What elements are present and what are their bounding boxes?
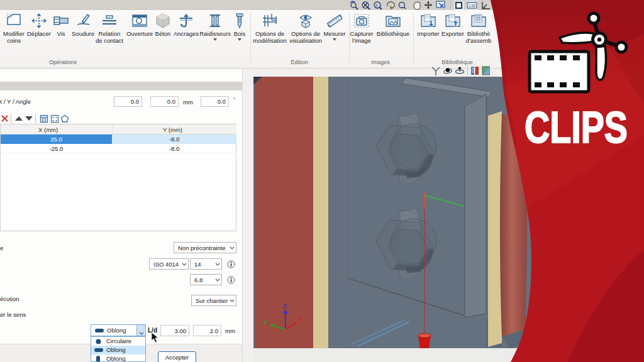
svg-text:1.00: 1.00 bbox=[469, 4, 475, 8]
svg-text:CLIPS: CLIPS bbox=[525, 102, 628, 152]
svg-text:2: 2 bbox=[375, 4, 378, 8]
svg-text:X: X bbox=[297, 316, 301, 322]
svg-text:Y: Y bbox=[263, 319, 267, 326]
svg-text:Z: Z bbox=[283, 303, 287, 309]
